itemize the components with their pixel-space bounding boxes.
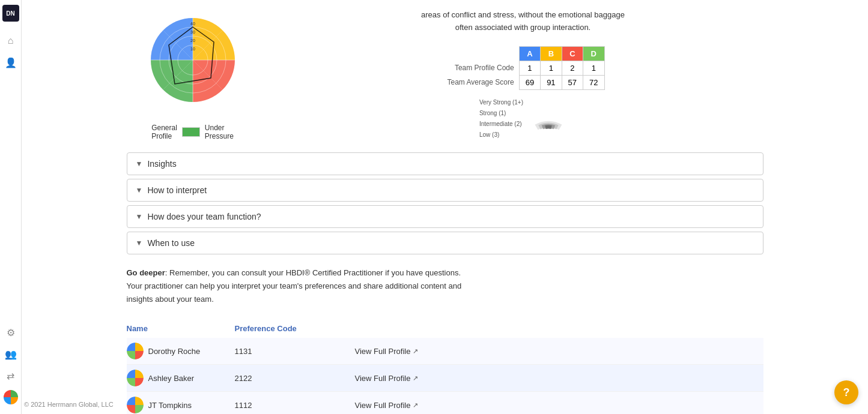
member-name: Dorothy Roche: [148, 347, 201, 356]
table-row: Team Average Score 69 91 57 72: [441, 75, 604, 89]
accordion-header-when: ▼ When to use: [127, 232, 763, 254]
footer-text: © 2021 Herrmann Global, LLC: [24, 401, 114, 408]
team-member-name-0: Dorothy Roche: [127, 343, 235, 359]
avatar: [127, 343, 144, 359]
external-link-icon: ↗: [413, 347, 418, 355]
accordion-header-function: ▼ How does your team function?: [127, 206, 763, 227]
label-intermediate: Intermediate (2): [479, 119, 523, 130]
svg-text:40: 40: [190, 22, 195, 26]
label-very-strong: Very Strong (1+): [479, 97, 523, 108]
top-section: 40 30 20 10 General Profile Under Pressu…: [127, 0, 763, 140]
col-name-header: Name: [127, 324, 235, 333]
chevron-down-icon: ▼: [136, 186, 143, 194]
member-name: JT Tompkins: [148, 401, 192, 410]
list-item: Dorothy Roche 1131 View Full Profile ↗: [127, 338, 763, 365]
brain-chart-container: 40 30 20 10 General Profile Under Pressu…: [127, 6, 259, 140]
cell-a1: 1: [519, 61, 540, 75]
accordion-label-interpret: How to interpret: [147, 185, 207, 195]
label-low: Low (3): [479, 130, 523, 140]
accordion-label-when: When to use: [147, 238, 195, 248]
label-strong: Strong (1): [479, 108, 523, 119]
cell-b2: 91: [541, 75, 562, 89]
cell-c1: 2: [562, 61, 583, 75]
chevron-down-icon: ▼: [136, 239, 143, 247]
pref-code-2: 1112: [235, 401, 355, 410]
legend-box-green: [182, 127, 200, 137]
accordion-item-insights[interactable]: ▼ Insights: [127, 152, 763, 175]
under-pressure-label: Under Pressure: [205, 124, 234, 140]
view-profile-link-1[interactable]: View Full Profile ↗: [355, 374, 419, 383]
profile-table: A B C D Team Profile Code 1 1 2: [441, 46, 604, 90]
chart-legend: General Profile Under Pressure: [127, 124, 259, 140]
team-table-section: Name Preference Code Dorothy Roche 1131 …: [127, 320, 763, 414]
col-header-d: D: [583, 46, 604, 61]
svg-text:30: 30: [190, 30, 195, 34]
go-deeper-text: : Remember, you can consult your HBDI® C…: [127, 268, 462, 304]
settings-icon[interactable]: ⚙: [4, 325, 18, 340]
main-content: 40 30 20 10 General Profile Under Pressu…: [22, 0, 868, 414]
arc-legend-svg: [530, 97, 566, 130]
go-deeper: Go deeper: Remember, you can consult you…: [127, 266, 463, 306]
cell-a2: 69: [519, 75, 540, 89]
brain-chart-svg: 40 30 20 10: [127, 6, 259, 114]
team-member-name-1: Ashley Baker: [127, 370, 235, 386]
list-item: Ashley Baker 2122 View Full Profile ↗: [127, 365, 763, 392]
accordion-item-when[interactable]: ▼ When to use: [127, 232, 763, 254]
general-profile-label: General Profile: [151, 124, 177, 140]
accordion-label-function: How does your team function?: [147, 212, 261, 221]
sidebar: DN ⌂ 👤 ⚙ 👥 ⇄: [0, 0, 22, 414]
chevron-down-icon: ▼: [136, 160, 143, 168]
info-text: areas of conflict and stress, without th…: [418, 9, 628, 34]
sidebar-logo[interactable]: DN: [2, 5, 19, 22]
avatar: [127, 397, 144, 413]
person-icon[interactable]: 👤: [4, 55, 18, 70]
avatar[interactable]: [4, 390, 18, 404]
strength-labels: Very Strong (1+) Strong (1) Intermediate…: [479, 97, 523, 140]
external-link-icon: ↗: [413, 374, 418, 382]
home-icon[interactable]: ⌂: [4, 34, 18, 48]
accordion-item-function[interactable]: ▼ How does your team function?: [127, 205, 763, 228]
chevron-down-icon: ▼: [136, 212, 143, 221]
external-link-icon: ↗: [413, 401, 418, 409]
pref-code-1: 2122: [235, 374, 355, 383]
team-table-header: Name Preference Code: [127, 320, 763, 337]
accordion-item-interpret[interactable]: ▼ How to interpret: [127, 179, 763, 202]
cell-d2: 72: [583, 75, 604, 89]
col-header-a: A: [519, 46, 540, 61]
accordion-label-insights: Insights: [147, 159, 176, 169]
go-deeper-bold: Go deeper: [127, 268, 165, 277]
row-label-2: Team Average Score: [441, 75, 519, 89]
team-member-name-2: JT Tompkins: [127, 397, 235, 413]
svg-text:20: 20: [190, 38, 195, 43]
accordion-header-interpret: ▼ How to interpret: [127, 179, 763, 201]
pref-code-0: 1131: [235, 347, 355, 356]
svg-text:10: 10: [190, 47, 195, 51]
avatar: [127, 370, 144, 386]
col-pref-header: Preference Code: [235, 324, 355, 333]
view-profile-link-2[interactable]: View Full Profile ↗: [355, 401, 419, 410]
transfer-icon[interactable]: ⇄: [4, 368, 18, 383]
list-item: JT Tompkins 1112 View Full Profile ↗: [127, 392, 763, 414]
member-name: Ashley Baker: [148, 374, 195, 383]
col-header-c: C: [562, 46, 583, 61]
strength-legend: Very Strong (1+) Strong (1) Intermediate…: [283, 97, 763, 140]
col-header-b: B: [541, 46, 562, 61]
team-icon[interactable]: 👥: [4, 347, 18, 361]
accordion-header-insights: ▼ Insights: [127, 153, 763, 175]
cell-d1: 1: [583, 61, 604, 75]
profile-table-wrapper: A B C D Team Profile Code 1 1 2: [283, 46, 763, 90]
help-button[interactable]: ?: [834, 380, 858, 404]
info-panel: areas of conflict and stress, without th…: [283, 6, 763, 140]
cell-b1: 1: [541, 61, 562, 75]
cell-c2: 57: [562, 75, 583, 89]
footer: © 2021 Herrmann Global, LLC: [24, 401, 114, 408]
table-row: Team Profile Code 1 1 2 1: [441, 61, 604, 75]
row-label-1: Team Profile Code: [441, 61, 519, 75]
view-profile-link-0[interactable]: View Full Profile ↗: [355, 347, 419, 356]
accordion-section: ▼ Insights ▼ How to interpret ▼ How does…: [127, 152, 763, 254]
